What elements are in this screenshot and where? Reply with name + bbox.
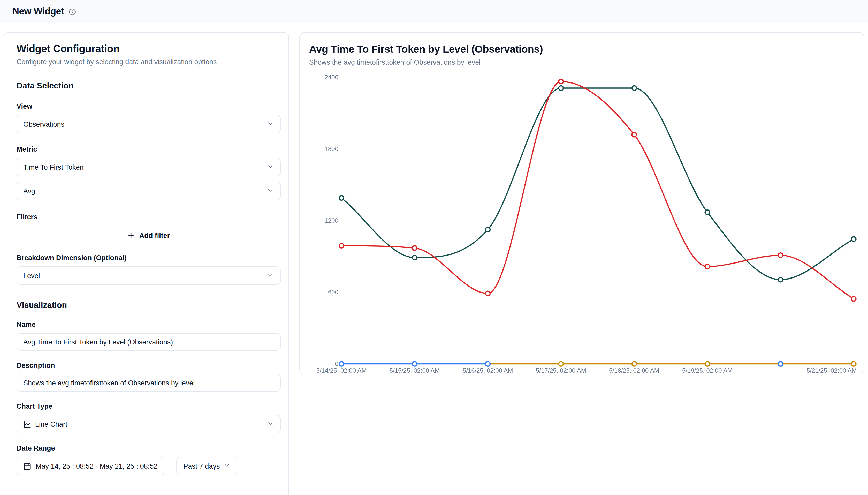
chevron-down-icon	[267, 120, 274, 129]
data-point-orange[interactable]	[705, 361, 710, 366]
y-axis-tick: 600	[328, 289, 338, 295]
x-axis-tick: 5/16/25, 02:00 AM	[463, 367, 513, 374]
description-input[interactable]	[17, 374, 281, 392]
x-axis-tick: 5/14/25, 02:00 AM	[316, 367, 367, 374]
data-point-red[interactable]	[705, 264, 710, 269]
data-point-blue[interactable]	[485, 361, 490, 366]
name-label: Name	[17, 320, 281, 329]
chart-preview-card: Avg Time To First Token by Level (Observ…	[299, 32, 864, 375]
filters-label: Filters	[17, 212, 281, 221]
y-axis-tick: 1200	[325, 217, 338, 224]
y-axis-tick: 0	[335, 360, 338, 367]
description-label: Description	[17, 361, 281, 370]
data-point-blue[interactable]	[778, 361, 783, 366]
add-filter-label: Add filter	[139, 232, 170, 239]
data-point-blue[interactable]	[412, 361, 417, 366]
page: New Widget Widget Configuration Configur…	[0, 0, 868, 495]
data-selection-heading: Data Selection	[17, 80, 281, 91]
plus-icon	[127, 232, 135, 239]
breakdown-select[interactable]: Level	[17, 267, 281, 285]
data-point-red[interactable]	[559, 79, 564, 84]
chevron-down-icon	[267, 271, 274, 280]
data-point-teal[interactable]	[778, 277, 783, 282]
view-label: View	[17, 102, 281, 111]
data-point-red[interactable]	[632, 132, 637, 137]
metric-select[interactable]: Time To First Token	[17, 158, 281, 176]
data-point-teal[interactable]	[559, 86, 564, 90]
x-axis-tick: 5/18/25, 02:00 AM	[609, 367, 659, 374]
chevron-down-icon	[267, 163, 274, 171]
data-point-teal[interactable]	[705, 210, 710, 215]
x-axis-tick: 5/17/25, 02:00 AM	[536, 367, 586, 374]
visualization-heading: Visualization	[17, 300, 281, 311]
date-preset-select[interactable]: Past 7 days	[176, 457, 237, 475]
data-point-teal[interactable]	[485, 227, 490, 232]
name-input[interactable]	[17, 333, 281, 351]
data-point-red[interactable]	[339, 243, 344, 248]
data-point-blue[interactable]	[339, 361, 344, 366]
info-icon[interactable]	[69, 8, 76, 16]
data-point-orange[interactable]	[559, 361, 564, 366]
aggregation-select[interactable]: Avg	[17, 182, 281, 200]
metric-select-value: Time To First Token	[23, 163, 84, 171]
chart-type-select[interactable]: Line Chart	[17, 415, 281, 433]
chevron-down-icon	[267, 420, 274, 428]
chevron-down-icon	[223, 462, 230, 470]
x-axis-tick: 5/21/25, 02:00 AM	[807, 367, 857, 374]
widget-configuration-panel: Widget Configuration Configure your widg…	[4, 32, 289, 495]
chart-type-select-value: Line Chart	[35, 420, 68, 428]
data-point-red[interactable]	[778, 253, 783, 258]
data-point-orange[interactable]	[851, 361, 856, 366]
data-point-teal[interactable]	[851, 237, 856, 242]
add-filter-button[interactable]: Add filter	[121, 227, 176, 243]
data-point-red[interactable]	[412, 246, 417, 250]
x-axis-tick: 5/15/25, 02:00 AM	[390, 367, 440, 374]
aggregation-select-value: Avg	[23, 187, 35, 195]
data-point-orange[interactable]	[632, 361, 637, 366]
view-select[interactable]: Observations	[17, 115, 281, 134]
breakdown-label: Breakdown Dimension (Optional)	[17, 253, 281, 262]
data-point-teal[interactable]	[632, 86, 637, 90]
y-axis-tick: 1800	[325, 146, 338, 152]
line-series-teal	[341, 88, 854, 280]
calendar-icon	[23, 462, 31, 470]
data-point-teal[interactable]	[412, 255, 417, 260]
page-title: New Widget	[13, 6, 64, 17]
data-point-red[interactable]	[485, 291, 490, 296]
data-point-red[interactable]	[851, 297, 856, 301]
x-axis-tick: 5/19/25, 02:00 AM	[682, 367, 732, 374]
chart-type-label: Chart Type	[17, 402, 281, 411]
date-range-button[interactable]: May 14, 25 : 08:52 - May 21, 25 : 08:52	[17, 457, 164, 475]
content-area: Widget Configuration Configure your widg…	[0, 23, 868, 495]
view-select-value: Observations	[23, 120, 64, 128]
date-range-value: May 14, 25 : 08:52 - May 21, 25 : 08:52	[36, 462, 157, 470]
breakdown-select-value: Level	[23, 272, 40, 279]
metric-label: Metric	[17, 145, 281, 154]
line-series-red	[341, 82, 854, 299]
date-preset-value: Past 7 days	[183, 462, 220, 470]
chevron-down-icon	[267, 186, 274, 195]
line-chart-icon	[23, 420, 31, 428]
y-axis-tick: 2400	[325, 74, 338, 81]
data-point-teal[interactable]	[339, 195, 344, 200]
panel-title: Widget Configuration	[17, 42, 281, 55]
date-range-label: Date Range	[17, 444, 281, 453]
top-bar: New Widget	[0, 0, 868, 23]
line-chart: 06001200180024005/14/25, 02:00 AM5/15/25…	[300, 33, 864, 375]
panel-subtitle: Configure your widget by selecting data …	[17, 57, 281, 67]
